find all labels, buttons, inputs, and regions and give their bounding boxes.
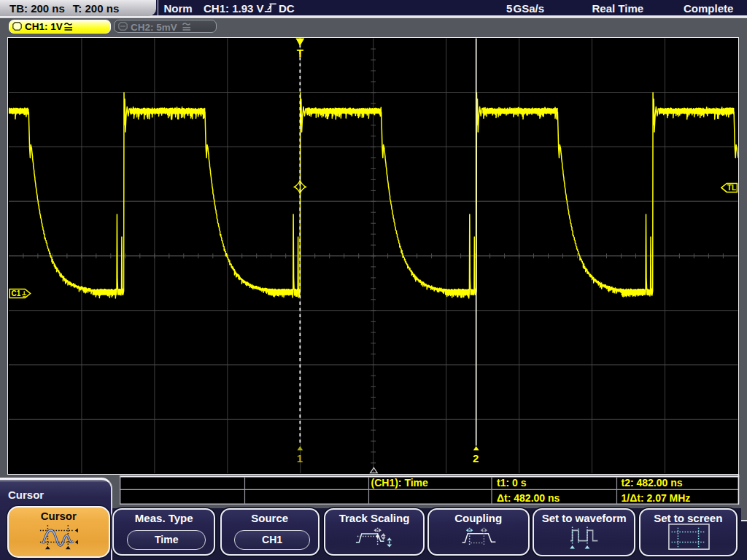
svg-text:2: 2 — [473, 452, 479, 464]
svg-text:t1: 0 s: t1: 0 s — [497, 477, 527, 489]
svg-text:1/Δt: 2.07 MHz: 1/Δt: 2.07 MHz — [622, 492, 691, 504]
svg-text:(CH1): Time: (CH1): Time — [371, 477, 429, 489]
svg-text:1: 1 — [297, 452, 303, 464]
svg-text:t2: 482.00 ns: t2: 482.00 ns — [622, 477, 683, 489]
svg-text:T: T — [297, 47, 303, 59]
svg-text:C1: C1 — [12, 289, 21, 298]
svg-text:Δt: 482.00 ns: Δt: 482.00 ns — [497, 492, 560, 504]
svg-text:TL: TL — [727, 184, 736, 192]
